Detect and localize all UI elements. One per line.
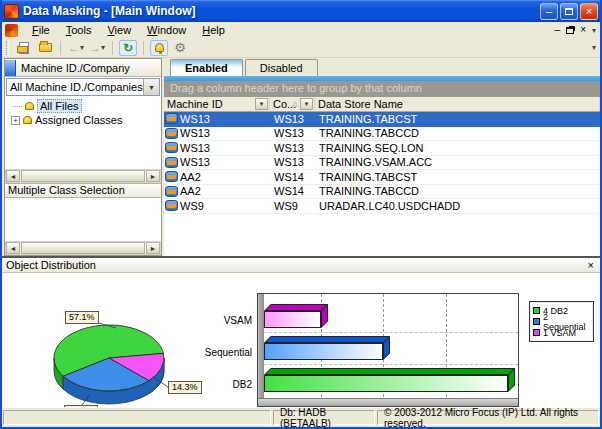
menu-window[interactable]: Window <box>139 23 194 37</box>
bell-icon <box>25 102 34 110</box>
tree-item-all-files[interactable]: All Files <box>11 99 161 113</box>
toolbar-separator <box>143 41 144 55</box>
tree-item-assigned-classes[interactable]: + Assigned Classes <box>11 113 161 127</box>
table-row[interactable]: AA2WS14TRAINING.TABCCD <box>164 185 600 200</box>
scroll-right-icon[interactable]: ► <box>146 170 160 182</box>
open-folder-icon <box>39 43 52 52</box>
grid-body: WS13WS13TRAINING.TABCSTWS13WS13TRAINING.… <box>164 112 600 214</box>
tab-disabled[interactable]: Disabled <box>245 59 318 76</box>
bar-chart-plot <box>257 293 519 407</box>
bar-db2 <box>264 368 508 392</box>
tab-strip: Enabled Disabled <box>164 58 600 76</box>
scrollbar-thumb[interactable] <box>21 242 145 254</box>
open-folder-button[interactable] <box>36 40 54 56</box>
expand-plus-icon[interactable]: + <box>11 116 20 125</box>
scrollbar-thumb[interactable] <box>21 170 145 182</box>
datastore-icon <box>165 113 178 124</box>
legend-swatch-icon <box>533 329 540 336</box>
bell-icon <box>155 43 164 52</box>
column-header-machine-id[interactable]: Machine ID ▼ <box>164 97 270 111</box>
tree-item-label: Assigned Classes <box>35 114 122 126</box>
minimize-button[interactable]: – <box>540 3 558 20</box>
back-arrow-icon: ← <box>68 41 80 55</box>
table-row[interactable]: WS13WS13TRAINING.SEQ.LON <box>164 141 600 156</box>
window-title: Data Masking - [Main Window] <box>23 4 540 18</box>
status-db: Db: HADB (BETAALB) <box>273 410 375 425</box>
datastore-icon <box>165 142 178 153</box>
table-row[interactable]: WS13WS13TRAINING.TABCCD <box>164 127 600 142</box>
panel-grip-icon <box>5 60 16 76</box>
status-copyright: © 2003-2012 Micro Focus (IP) Ltd. All ri… <box>377 410 599 425</box>
filter-dropdown-icon[interactable]: ▼ <box>300 98 313 110</box>
bell-icon <box>23 116 32 124</box>
panel-close-icon[interactable]: × <box>588 260 594 271</box>
toolbar-grip[interactable] <box>6 41 9 55</box>
tree-horizontal-scrollbar[interactable]: ◄ ► <box>5 169 161 183</box>
object-distribution-panel: Object Distribution × 57.1% 14.3% 28.6% … <box>2 256 600 407</box>
mdi-child-icon[interactable] <box>5 24 18 37</box>
filter-dropdown-icon[interactable]: ▼ <box>255 98 268 110</box>
tab-enabled[interactable]: Enabled <box>170 59 243 76</box>
group-by-drop-zone[interactable]: Drag a column header here to group by th… <box>164 81 600 97</box>
file-tree: All Files + Assigned Classes <box>5 97 161 127</box>
open-report-icon <box>19 42 29 54</box>
status-pane-empty <box>3 410 271 425</box>
toolbar-overflow-chevron-icon[interactable]: ▾ <box>592 43 596 52</box>
object-distribution-header: Object Distribution × <box>2 258 600 273</box>
machine-company-combo[interactable]: All Machine ID./Companies ▼ <box>6 78 160 96</box>
gear-icon: ⚙ <box>174 40 186 55</box>
legend-swatch-icon <box>533 307 540 314</box>
combo-value: All Machine ID./Companies <box>7 81 143 93</box>
table-row[interactable]: AA2WS14TRAINING.TABCST <box>164 170 600 185</box>
settings-button[interactable]: ⚙ <box>171 40 189 56</box>
app-icon <box>4 4 19 19</box>
data-store-panel: Enabled Disabled Drag a column header he… <box>164 58 600 256</box>
table-row[interactable]: WS13WS13TRAINING.VSAM.ACC <box>164 156 600 171</box>
combo-dropdown-icon[interactable]: ▼ <box>143 79 159 95</box>
restore-button[interactable] <box>560 3 578 20</box>
datastore-icon <box>165 157 178 168</box>
back-button[interactable]: ←▾ <box>67 40 85 56</box>
scroll-left-icon[interactable]: ◄ <box>6 170 20 182</box>
bar-vsam <box>264 304 321 328</box>
pie-label-db2: 57.1% <box>65 311 99 324</box>
class-horizontal-scrollbar[interactable]: ◄ ► <box>5 241 161 255</box>
object-distribution-title: Object Distribution <box>6 259 96 271</box>
datastore-icon <box>165 128 178 139</box>
open-report-button[interactable] <box>15 40 33 56</box>
table-row[interactable]: WS13WS13TRAINING.TABCST <box>164 112 600 127</box>
machine-company-header: Machine ID./Company <box>5 59 161 77</box>
pie-label-vsam: 14.3% <box>168 381 202 394</box>
menu-tools[interactable]: Tools <box>58 23 100 37</box>
chart-3d-floor <box>258 398 518 406</box>
menu-view[interactable]: View <box>99 23 139 37</box>
scroll-left-icon[interactable]: ◄ <box>6 242 20 254</box>
menu-help[interactable]: Help <box>194 23 233 37</box>
mdi-close-button[interactable]: × <box>580 25 586 35</box>
y-axis-label: VSAM <box>202 315 252 326</box>
chart-legend: 4 DB22 Sequential1 VSAM <box>529 301 594 342</box>
bar-sequential <box>264 336 383 360</box>
table-row[interactable]: WS9WS9URADAR.LC40.USDCHADD <box>164 199 600 214</box>
title-bar: Data Masking - [Main Window] – × <box>0 0 602 22</box>
alerts-button[interactable] <box>150 40 168 56</box>
menu-overflow-chevron-icon[interactable]: ▾ <box>592 26 596 35</box>
app-window: Data Masking - [Main Window] – × FileToo… <box>0 0 602 429</box>
forward-arrow-icon: → <box>89 41 101 55</box>
toolbar-separator <box>112 41 113 55</box>
refresh-button[interactable]: ↻ <box>119 40 137 56</box>
column-header-co[interactable]: Co... △ ▼ <box>270 97 315 111</box>
machine-company-header-label: Machine ID./Company <box>21 62 130 74</box>
menu-file[interactable]: File <box>24 23 58 37</box>
menu-bar: FileToolsViewWindowHelp – × ▾ <box>2 22 600 38</box>
datastore-icon <box>165 171 178 182</box>
machine-company-panel: Machine ID./Company All Machine ID./Comp… <box>4 58 162 256</box>
column-header-data-store-name[interactable]: Data Store Name <box>315 97 600 111</box>
mdi-minimize-button[interactable]: – <box>555 25 561 35</box>
forward-button[interactable]: →▾ <box>88 40 106 56</box>
tree-item-label: All Files <box>37 99 82 113</box>
sort-ascending-icon: △ <box>293 100 298 108</box>
close-button[interactable]: × <box>580 3 598 20</box>
scroll-right-icon[interactable]: ► <box>146 242 160 254</box>
mdi-restore-button[interactable] <box>566 27 574 34</box>
